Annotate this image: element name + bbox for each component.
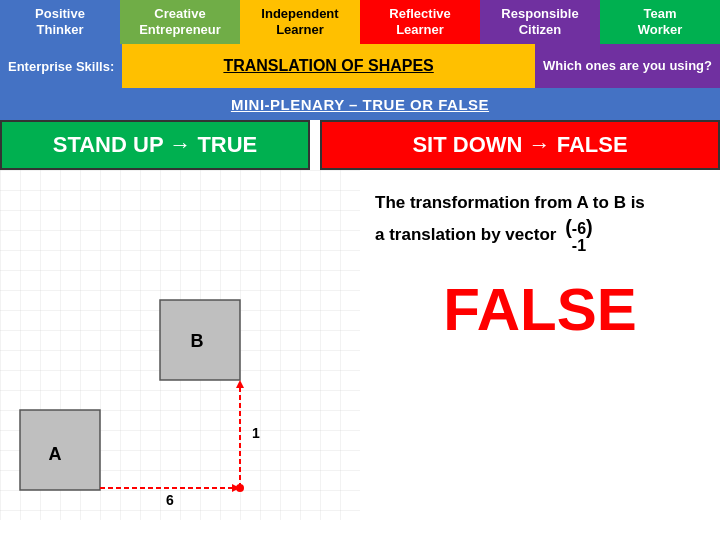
grid-area: A B 6 1 [0,170,360,520]
mini-plenary-bar: MINI-PLENARY – TRUE OR FALSE [0,88,720,120]
info-panel: The transformation from A to B is a tran… [360,170,720,520]
svg-text:6: 6 [166,492,174,508]
enterprise-title: TRANSLATION OF SHAPES [122,44,535,88]
sit-down-box[interactable]: SIT DOWN → FALSE [320,120,720,170]
nav-responsible-citizen[interactable]: Responsible Citizen [480,0,600,44]
nav-team-worker[interactable]: Team Worker [600,0,720,44]
diagram-svg: A B 6 1 [0,170,360,520]
enterprise-right: Which ones are you using? [535,44,720,88]
enterprise-label: Enterprise Skills: [0,44,122,88]
stand-up-box[interactable]: STAND UP → TRUE [0,120,310,170]
svg-text:B: B [191,331,204,351]
main-content: A B 6 1 The transformation from A to B i… [0,170,720,520]
svg-point-9 [236,484,244,492]
svg-text:1: 1 [252,425,260,441]
mini-plenary-text: MINI-PLENARY – TRUE OR FALSE [231,96,489,113]
enterprise-bar: Enterprise Skills: TRANSLATION OF SHAPES… [0,44,720,88]
top-nav: Positive Thinker Creative Entrepreneur I… [0,0,720,44]
nav-creative-entrepreneur[interactable]: Creative Entrepreneur [120,0,240,44]
transformation-description: The transformation from A to B is a tran… [375,190,705,255]
result-text: FALSE [375,275,705,344]
nav-positive-thinker[interactable]: Positive Thinker [0,0,120,44]
nav-reflective-learner[interactable]: Reflective Learner [360,0,480,44]
nav-independent-learner[interactable]: Independent Learner [240,0,360,44]
action-row: STAND UP → TRUE SIT DOWN → FALSE [0,120,720,170]
svg-text:A: A [49,444,62,464]
